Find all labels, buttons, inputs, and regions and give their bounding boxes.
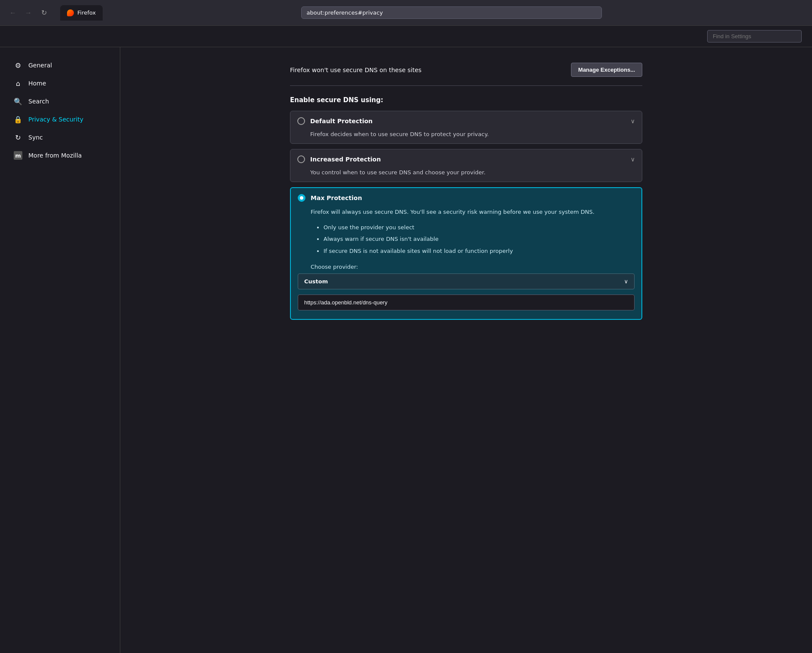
increased-protection-left: Increased Protection — [297, 155, 381, 163]
sidebar-label-mozilla: More from Mozilla — [28, 152, 82, 159]
sidebar-label-home: Home — [28, 80, 46, 87]
bullet-item-2: Always warn if secure DNS isn't availabl… — [324, 235, 635, 243]
max-protection-radio[interactable] — [298, 194, 305, 202]
active-tab[interactable]: Firefox — [60, 5, 103, 21]
sidebar-item-search[interactable]: 🔍 Search — [3, 93, 116, 110]
sidebar-item-mozilla[interactable]: m More from Mozilla — [3, 147, 116, 164]
content-area: Firefox won't use secure DNS on these si… — [120, 47, 812, 653]
back-button[interactable]: ← — [7, 7, 19, 19]
search-icon: 🔍 — [14, 97, 22, 106]
increased-protection-title: Increased Protection — [310, 156, 381, 163]
reload-button[interactable]: ↻ — [38, 7, 50, 19]
browser-chrome: ← → ↻ Firefox about:preferences#privacy — [0, 0, 812, 26]
max-protection-content: Firefox will always use secure DNS. You'… — [291, 208, 641, 319]
firefox-icon — [67, 9, 74, 16]
address-bar[interactable]: about:preferences#privacy — [301, 6, 602, 19]
sidebar-label-privacy: Privacy & Security — [28, 116, 83, 123]
sidebar-item-general[interactable]: ⚙ General — [3, 57, 116, 74]
find-settings-input[interactable] — [707, 30, 802, 43]
provider-select-dropdown[interactable]: Custom ∨ — [298, 273, 635, 289]
provider-chevron-icon: ∨ — [624, 278, 628, 285]
mozilla-icon: m — [14, 151, 22, 160]
increased-protection-desc: You control when to use secure DNS and c… — [290, 169, 642, 182]
max-protection-left: Max Protection — [298, 194, 362, 202]
sync-icon: ↻ — [14, 133, 22, 142]
bullet-item-1: Only use the provider you select — [324, 223, 635, 232]
manage-exceptions-button[interactable]: Manage Exceptions... — [571, 63, 642, 77]
default-protection-chevron: ∨ — [631, 118, 635, 125]
max-protection-header[interactable]: Max Protection — [291, 188, 641, 208]
sidebar: ⚙ General ⌂ Home 🔍 Search 🔒 Privacy & Se… — [0, 47, 120, 653]
sidebar-item-home[interactable]: ⌂ Home — [3, 75, 116, 92]
address-text: about:preferences#privacy — [307, 9, 383, 16]
max-protection-desc: Firefox will always use secure DNS. You'… — [298, 208, 635, 216]
content-inner: Firefox won't use secure DNS on these si… — [273, 47, 659, 342]
general-icon: ⚙ — [14, 61, 22, 70]
default-protection-left: Default Protection — [297, 117, 372, 125]
increased-protection-chevron: ∨ — [631, 156, 635, 163]
main-layout: ⚙ General ⌂ Home 🔍 Search 🔒 Privacy & Se… — [0, 47, 812, 653]
address-bar-container: about:preferences#privacy — [301, 6, 602, 19]
provider-label: Choose provider: — [298, 264, 635, 270]
bullet-item-3: If secure DNS is not available sites wil… — [324, 247, 635, 255]
default-protection-radio[interactable] — [297, 117, 305, 125]
max-protection-option[interactable]: Max Protection Firefox will always use s… — [290, 187, 642, 320]
default-protection-desc: Firefox decides when to use secure DNS t… — [290, 131, 642, 143]
sidebar-label-search: Search — [28, 98, 49, 105]
max-protection-bullets: Only use the provider you select Always … — [298, 223, 635, 255]
provider-select-value: Custom — [304, 278, 328, 285]
increased-protection-header[interactable]: Increased Protection ∨ — [290, 149, 642, 169]
tab-bar: Firefox about:preferences#privacy — [60, 5, 800, 21]
privacy-icon: 🔒 — [14, 115, 22, 124]
increased-protection-option[interactable]: Increased Protection ∨ You control when … — [290, 149, 642, 182]
section-heading: Enable secure DNS using: — [290, 96, 642, 104]
default-protection-title: Default Protection — [310, 118, 372, 125]
tab-title: Firefox — [77, 9, 96, 16]
sidebar-item-sync[interactable]: ↻ Sync — [3, 129, 116, 146]
forward-button[interactable]: → — [22, 7, 34, 19]
default-protection-option[interactable]: Default Protection ∨ Firefox decides whe… — [290, 111, 642, 144]
sidebar-label-general: General — [28, 62, 52, 69]
max-protection-title: Max Protection — [311, 194, 362, 201]
default-protection-header[interactable]: Default Protection ∨ — [290, 111, 642, 131]
top-bar-text: Firefox won't use secure DNS on these si… — [290, 67, 421, 73]
increased-protection-radio[interactable] — [297, 155, 305, 163]
sidebar-item-privacy[interactable]: 🔒 Privacy & Security — [3, 111, 116, 128]
find-row — [0, 26, 812, 47]
sidebar-label-sync: Sync — [28, 134, 43, 141]
nav-buttons: ← → ↻ — [7, 7, 50, 19]
home-icon: ⌂ — [14, 79, 22, 88]
dns-url-input[interactable] — [298, 295, 635, 310]
top-bar: Firefox won't use secure DNS on these si… — [290, 56, 642, 86]
